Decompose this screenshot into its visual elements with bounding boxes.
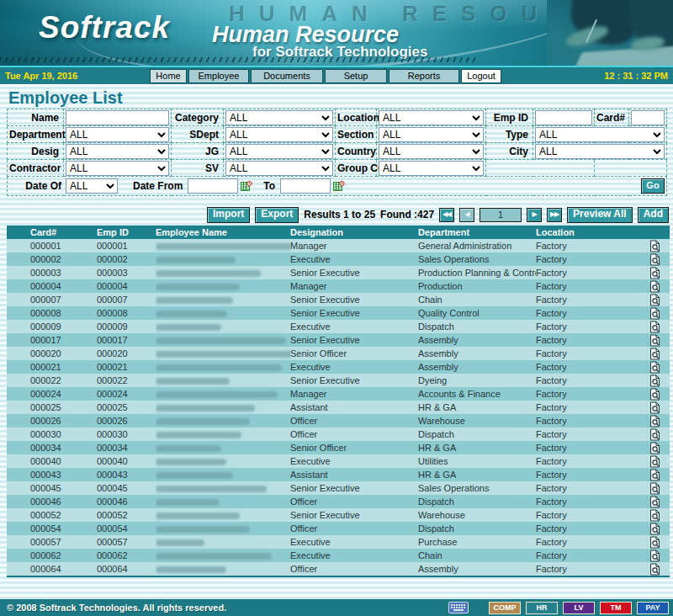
name-input[interactable] xyxy=(66,110,169,125)
table-row: 000064000064OfficerAssemblyFactory xyxy=(7,562,670,576)
cell-employee-name xyxy=(156,562,290,576)
preview-record-icon[interactable] xyxy=(649,280,660,293)
preview-record-icon[interactable] xyxy=(649,294,660,306)
preview-record-icon[interactable] xyxy=(649,455,660,468)
cell-card: 000024 xyxy=(7,387,97,401)
pager-first-icon[interactable]: ◀◀ xyxy=(439,208,454,222)
preview-record-icon[interactable] xyxy=(649,469,660,481)
preview-record-icon[interactable] xyxy=(649,509,660,522)
cell-actions xyxy=(648,387,670,401)
page-number-input[interactable] xyxy=(480,208,522,222)
app-logo: Softrack xyxy=(39,10,170,45)
desig-label: Desig xyxy=(8,143,64,160)
cell-actions xyxy=(648,374,670,387)
redacted-name xyxy=(156,459,226,465)
preview-record-icon[interactable] xyxy=(649,536,660,549)
cell-location: Factory xyxy=(536,495,648,508)
group-cg-select[interactable]: ALL xyxy=(379,161,484,176)
pager-next-icon[interactable]: ▶ xyxy=(527,208,542,222)
preview-record-icon[interactable] xyxy=(649,388,660,401)
card-input[interactable] xyxy=(631,110,665,125)
preview-record-icon[interactable] xyxy=(649,401,660,414)
table-row: 000046000046OfficerDispatchFactory xyxy=(7,495,670,508)
import-button[interactable]: Import xyxy=(207,207,250,223)
preview-record-icon[interactable] xyxy=(649,361,660,374)
emp-id-input[interactable] xyxy=(535,110,592,125)
table-row: 000008000008Senior ExecutiveQuality Cont… xyxy=(7,306,670,320)
preview-record-icon[interactable] xyxy=(649,334,660,347)
preview-record-icon[interactable] xyxy=(649,428,660,441)
nav-item-logout[interactable]: Logout xyxy=(461,69,501,83)
module-button-hr[interactable]: HR xyxy=(526,602,558,614)
contractor-select[interactable]: ALL xyxy=(66,161,169,176)
preview-record-icon[interactable] xyxy=(649,267,660,279)
nav-item-employee[interactable]: Employee xyxy=(188,69,249,83)
to-input[interactable] xyxy=(280,178,331,194)
nav-item-reports[interactable]: Reports xyxy=(389,69,459,83)
module-button-pay[interactable]: PAY xyxy=(637,602,669,614)
nav-item-documents[interactable]: Documents xyxy=(251,69,323,83)
category-select[interactable]: ALL xyxy=(225,110,333,125)
table-row: 000017000017Senior ExecutiveAssemblyFact… xyxy=(7,333,670,347)
date-from-input[interactable] xyxy=(188,178,238,194)
department-select[interactable]: ALL xyxy=(66,127,169,142)
module-button-lv[interactable]: LV xyxy=(563,602,595,614)
preview-record-icon[interactable] xyxy=(649,523,660,535)
cell-actions xyxy=(648,333,670,347)
cell-emp-id: 000021 xyxy=(97,360,156,374)
table-row: 000040000040ExecutiveUtilitiesFactory xyxy=(7,454,670,468)
banner: HUMAN RESOURCE Softrack Human Resource f… xyxy=(0,0,673,66)
preview-record-icon[interactable] xyxy=(649,482,660,495)
cell-employee-name xyxy=(156,293,290,306)
cell-employee-name xyxy=(156,347,290,360)
jg-select[interactable]: ALL xyxy=(225,144,333,159)
export-button[interactable]: Export xyxy=(255,207,299,223)
cell-designation: Manager xyxy=(290,279,418,293)
desig-select[interactable]: ALL xyxy=(66,144,169,159)
preview-record-icon[interactable] xyxy=(649,563,660,576)
section-select[interactable]: ALL xyxy=(379,127,484,142)
go-button[interactable]: Go xyxy=(641,178,665,194)
preview-record-icon[interactable] xyxy=(649,240,660,252)
main-menu: Home Employee Documents Setup Reports Lo… xyxy=(150,69,501,83)
nav-item-setup[interactable]: Setup xyxy=(325,69,387,83)
table-row: 000045000045Senior ExecutiveSales Operat… xyxy=(7,481,670,495)
page-title: Employee List xyxy=(8,88,123,108)
city-select[interactable]: ALL xyxy=(535,144,665,159)
type-select[interactable]: ALL xyxy=(535,127,665,142)
pager-prev-icon[interactable]: ◀ xyxy=(459,208,474,222)
nav-item-home[interactable]: Home xyxy=(150,69,187,83)
cell-card: 000022 xyxy=(7,374,97,387)
cell-actions xyxy=(648,239,670,252)
preview-record-icon[interactable] xyxy=(649,415,660,427)
date-from-calendar-icon[interactable] xyxy=(241,181,252,192)
pager-last-icon[interactable]: ▶▶ xyxy=(547,208,562,222)
preview-record-icon[interactable] xyxy=(649,348,660,360)
cell-location: Factory xyxy=(536,333,648,347)
preview-record-icon[interactable] xyxy=(649,550,660,562)
module-button-tm[interactable]: TM xyxy=(600,602,632,614)
country-select[interactable]: ALL xyxy=(379,144,484,159)
sv-select[interactable]: ALL xyxy=(225,161,333,176)
preview-record-icon[interactable] xyxy=(649,253,660,266)
sdept-select[interactable]: ALL xyxy=(225,127,333,142)
preview-record-icon[interactable] xyxy=(649,321,660,333)
date-of-select[interactable]: ALL xyxy=(66,178,118,194)
add-button[interactable]: Add xyxy=(638,207,669,223)
cell-actions xyxy=(648,454,670,468)
preview-record-icon[interactable] xyxy=(649,496,660,508)
cell-emp-id: 000008 xyxy=(97,306,156,320)
cell-card: 000001 xyxy=(7,239,97,252)
preview-record-icon[interactable] xyxy=(649,442,660,454)
to-calendar-icon[interactable] xyxy=(333,181,345,192)
cell-employee-name xyxy=(156,266,290,279)
preview-record-icon[interactable] xyxy=(649,374,660,387)
preview-record-icon[interactable] xyxy=(649,307,660,320)
keyboard-icon[interactable] xyxy=(448,602,469,613)
cell-location: Factory xyxy=(536,454,648,468)
preview-all-button[interactable]: Preview All xyxy=(567,207,633,223)
redacted-name xyxy=(156,445,221,452)
location-select[interactable]: ALL xyxy=(379,110,484,125)
jg-label: JG xyxy=(172,143,224,160)
module-button-comp[interactable]: COMP xyxy=(489,602,521,614)
